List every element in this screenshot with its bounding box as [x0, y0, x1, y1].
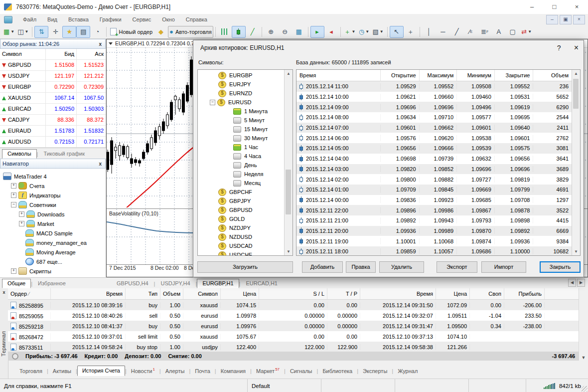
order-row[interactable]: 852684722015.12.10 09:37:01sell limit0.5…: [8, 331, 588, 342]
templates-button[interactable]: ▧▼: [371, 26, 385, 38]
terminal-tab-Журнал[interactable]: Журнал: [393, 367, 422, 376]
new-order-button[interactable]: Новый ордер: [109, 26, 154, 38]
action-button-Импорт[interactable]: Импорт: [481, 261, 526, 273]
navigator-item-Moving Average[interactable]: Moving Average: [0, 247, 106, 257]
terminal-tab-Новости[interactable]: Новости1: [127, 366, 159, 376]
col-Прибыль[interactable]: Прибыль: [504, 288, 545, 299]
status-profile[interactable]: Default: [248, 379, 321, 392]
menu-item-Сервис[interactable]: Сервис: [127, 14, 157, 25]
history-tree-item-GBPCHF[interactable]: $GBPCHF: [198, 188, 285, 196]
quote-row[interactable]: 2015.12.14 02:001.098001.098821.097271.0…: [296, 174, 572, 185]
scroll-up-icon[interactable]: ▲: [572, 70, 580, 77]
chart-tab-USDJPY,H4[interactable]: USDJPY,H4: [155, 279, 195, 288]
terminal-tab-Библиотека[interactable]: Библиотека: [318, 367, 357, 376]
history-tree-item-День[interactable]: День: [198, 161, 285, 170]
terminal-tab-История Счета[interactable]: История Счета: [77, 366, 125, 376]
market-watch-tab-Тиковый график[interactable]: Тиковый график: [38, 149, 90, 159]
tabs-scroll-left-icon[interactable]: ◀: [568, 279, 576, 287]
terminal-tab-Активы[interactable]: Активы: [48, 367, 76, 376]
auto-trading-button[interactable]: ●Авто-торговля: [168, 26, 213, 38]
terminal-tab-Эксперты[interactable]: Эксперты: [358, 367, 392, 376]
quote-row[interactable]: 2015.12.11 22:001.098961.099861.098671.0…: [296, 205, 572, 215]
navigator-button[interactable]: ★: [62, 26, 76, 38]
market-watch-row[interactable]: XAUUSD1067.141067.50: [0, 93, 106, 104]
candlestick-chart-button[interactable]: [232, 26, 246, 38]
expand-icon[interactable]: +: [11, 193, 16, 198]
col-S / L[interactable]: S / L: [259, 288, 327, 299]
navigator-item-Счета[interactable]: +Счета: [0, 181, 106, 191]
history-tree-item-GBPJPY[interactable]: $GBPJPY: [198, 196, 285, 205]
tabs-scroll-right-icon[interactable]: ▶: [577, 279, 585, 287]
navigator-item-Индикаторы[interactable]: +fИндикаторы: [0, 191, 106, 200]
terminal-tab-Маркет[interactable]: Маркет57: [252, 366, 284, 376]
quote-row[interactable]: 2015.12.14 06:001.095761.096201.095381.0…: [296, 133, 572, 143]
collapse-icon[interactable]: −: [11, 202, 16, 207]
expand-icon[interactable]: +: [11, 268, 16, 274]
indicators-button[interactable]: ＋▼: [343, 26, 357, 38]
chart-tab-GBPUSD,H4[interactable]: GBPUSD,H4: [111, 279, 154, 288]
col-Закрытие[interactable]: Закрытие: [495, 70, 534, 81]
tile-windows-button[interactable]: ▦: [292, 26, 306, 38]
history-tree-item-USDCHF[interactable]: $USDCHF: [198, 250, 285, 255]
history-tree-item-Неделя[interactable]: Неделя: [198, 170, 285, 179]
close-button-Закрыть[interactable]: Закрыть: [540, 261, 581, 273]
equidistant-channel-button[interactable]: ∕E: [464, 26, 478, 38]
history-tree-item-EURUSD[interactable]: −$EURUSD: [198, 98, 285, 107]
history-tree-item-5 Минут[interactable]: 5 Минут: [198, 116, 285, 125]
history-tree-item-Месяц[interactable]: Месяц: [198, 179, 285, 188]
navigator-item-Советники[interactable]: −Советники: [0, 200, 106, 209]
market-watch-row[interactable]: USDJPY121.197121.212: [0, 71, 106, 82]
market-watch-row[interactable]: EURGBP0.722900.72309: [0, 82, 106, 93]
expand-icon[interactable]: +: [19, 221, 24, 226]
zoom-out-button[interactable]: ⊖: [278, 26, 292, 38]
navigator-item-Downloads[interactable]: +Downloads: [0, 209, 106, 219]
col-symbol[interactable]: Символ: [0, 49, 46, 59]
history-tree-item-EURNZD[interactable]: $EURNZD: [198, 89, 285, 98]
col-bid[interactable]: Бид: [46, 49, 77, 59]
col-Максимум[interactable]: Максимум: [420, 70, 457, 81]
horizontal-line-button[interactable]: ─: [436, 26, 450, 38]
quotes-table-scrollbar[interactable]: ▲ ▼: [572, 70, 580, 255]
market-watch-row[interactable]: EURCAD1.502501.50303: [0, 104, 106, 115]
history-tree-item-GBPUSD[interactable]: $GBPUSD: [198, 205, 285, 214]
action-button-Правка[interactable]: Правка: [346, 261, 376, 273]
quote-row[interactable]: 2015.12.14 00:001.098361.099231.096851.0…: [296, 195, 572, 205]
text-label-button[interactable]: ▢: [506, 26, 520, 38]
quote-row[interactable]: 2015.12.11 21:001.098921.099431.097931.0…: [296, 215, 572, 226]
minimize-icon[interactable]: –: [521, 0, 543, 14]
market-watch-row[interactable]: EURAUD1.517831.51832: [0, 126, 106, 137]
navigator-tab-Общие[interactable]: Общие: [2, 279, 31, 288]
market-watch-row[interactable]: AUDUSD0.721530.72171: [0, 137, 106, 148]
periods-button[interactable]: ◷▼: [357, 26, 371, 38]
col-Открытие[interactable]: Открытие: [381, 70, 420, 81]
col-Время[interactable]: Время: [360, 288, 436, 299]
history-tree-item-1 Минута[interactable]: 1 Минута: [198, 107, 285, 116]
mdi-close-icon[interactable]: ×: [573, 15, 585, 24]
history-tree-item-GOLD[interactable]: $GOLD: [198, 214, 285, 223]
market-watch-tab-Символы[interactable]: Символы: [2, 149, 37, 159]
terminal-tab-Почта[interactable]: Почта: [190, 367, 215, 376]
zoom-in-button[interactable]: ⊕: [264, 26, 278, 38]
col-ask[interactable]: Аск: [77, 49, 106, 59]
quote-row[interactable]: 2015.12.14 09:001.096961.096961.094961.0…: [296, 102, 572, 112]
terminal-close-icon[interactable]: x: [1, 289, 7, 295]
quote-row[interactable]: 2015.12.11 20:001.099361.099891.098701.0…: [296, 226, 572, 236]
scroll-thumb[interactable]: [573, 79, 579, 109]
dialog-close-icon[interactable]: ×: [574, 43, 579, 52]
mdi-restore-icon[interactable]: ▣: [560, 15, 572, 24]
navigator-item-MACD Sample[interactable]: MACD Sample: [0, 228, 106, 238]
close-icon[interactable]: ×: [566, 0, 588, 14]
history-tree-item-NZDJPY[interactable]: $NZDJPY: [198, 223, 285, 232]
action-button-Загрузить[interactable]: Загрузить: [197, 261, 293, 273]
bar-chart-button[interactable]: [218, 26, 232, 38]
terminal-tab-Компания[interactable]: Компания: [216, 367, 250, 376]
quote-row[interactable]: 2015.12.14 08:001.096341.097101.095771.0…: [296, 112, 572, 123]
order-row[interactable]: 852592182015.12.10 08:41:37buy0.50eurusd…: [8, 321, 588, 331]
col-Объем[interactable]: Объем: [160, 288, 183, 299]
order-row[interactable]: 852588952015.12.10 08:39:16buy1.00xauusd…: [8, 300, 588, 310]
line-chart-button[interactable]: ╱: [246, 26, 260, 38]
menu-item-Окно[interactable]: Окно: [156, 14, 180, 25]
col-Ордер[interactable]: Ордер ∕: [8, 288, 51, 299]
quote-row[interactable]: 2015.12.14 10:001.096211.096601.094601.0…: [296, 92, 572, 102]
col-Время[interactable]: Время: [296, 70, 381, 81]
